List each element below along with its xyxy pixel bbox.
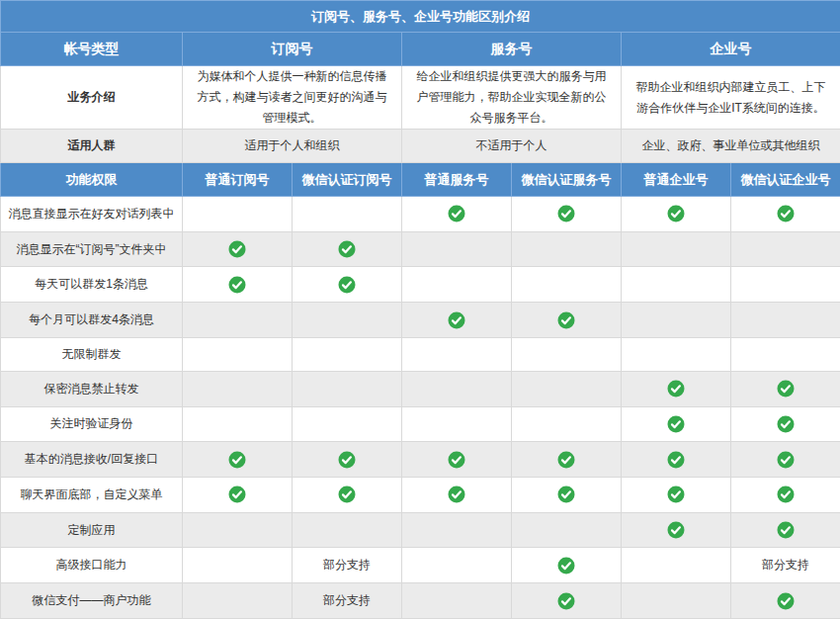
feature-cell-partial: 部分支持 <box>731 548 840 583</box>
feature-cell-empty <box>183 548 293 583</box>
feature-cell-empty <box>402 337 512 371</box>
feature-cell-empty <box>293 337 402 371</box>
audience-service: 不适用于个人 <box>402 130 622 163</box>
feature-label: 高级接口能力 <box>1 548 183 583</box>
feature-cell-empty <box>512 371 622 406</box>
check-icon <box>667 205 685 222</box>
feature-cell-empty <box>183 406 293 442</box>
business-intro-service: 给企业和组织提供更强大的服务与用户管理能力，帮助企业实现全新的公众号服务平台。 <box>402 66 622 130</box>
check-icon <box>448 311 465 329</box>
feature-label: 保密消息禁止转发 <box>1 371 183 406</box>
feature-cell-empty <box>512 231 622 267</box>
check-icon <box>448 451 465 469</box>
feature-label: 无限制群发 <box>1 337 183 371</box>
check-icon <box>777 380 795 398</box>
feature-cell-empty <box>622 337 731 371</box>
check-icon <box>777 451 795 469</box>
feature-cell-check <box>293 267 402 303</box>
check-icon <box>667 486 685 503</box>
feature-row: 微信支付——商户功能部分支持 <box>1 583 840 619</box>
feature-cell-empty <box>622 548 731 583</box>
feature-cell-empty <box>293 371 402 406</box>
permissions-label: 功能权限 <box>1 163 183 197</box>
feature-cell-empty <box>183 512 293 548</box>
check-icon <box>777 486 795 503</box>
feature-cell-partial: 部分支持 <box>293 548 402 583</box>
feature-cell-check <box>183 231 293 267</box>
check-icon <box>667 415 685 433</box>
column-header-service: 服务号 <box>402 33 622 66</box>
column-header-normal-enterprise: 普通企业号 <box>622 163 731 197</box>
feature-cell-empty <box>512 337 622 371</box>
check-icon <box>557 592 575 610</box>
feature-cell-check <box>622 512 731 548</box>
feature-cell-empty <box>731 303 840 338</box>
feature-cell-check <box>183 267 293 303</box>
feature-row: 聊天界面底部，自定义菜单 <box>1 477 840 512</box>
account-type-header-row: 帐号类型 订阅号 服务号 企业号 <box>1 33 840 66</box>
feature-cell-check <box>731 406 840 442</box>
business-intro-row: 业务介绍 为媒体和个人提供一种新的信息传播方式，构建与读者之间更好的沟通与管理模… <box>1 66 840 130</box>
feature-cell-empty <box>293 512 402 548</box>
feature-cell-empty <box>402 583 512 619</box>
feature-cell-check <box>293 231 402 267</box>
check-icon <box>777 521 795 539</box>
partial-support-label: 部分支持 <box>762 558 809 572</box>
feature-cell-check <box>622 442 731 478</box>
check-icon <box>228 486 246 503</box>
check-icon <box>448 486 465 503</box>
audience-subscription: 适用于个人和组织 <box>183 130 402 163</box>
account-type-label: 帐号类型 <box>1 33 183 66</box>
feature-row: 每个月可以群发4条消息 <box>1 303 840 338</box>
column-header-verified-subscription: 微信认证订阅号 <box>293 163 402 197</box>
check-icon <box>448 205 465 222</box>
feature-cell-empty <box>183 583 293 619</box>
check-icon <box>228 240 246 258</box>
check-icon <box>557 205 575 222</box>
feature-cell-empty <box>183 337 293 371</box>
check-icon <box>338 240 356 258</box>
feature-cell-check <box>731 583 840 619</box>
feature-cell-check <box>512 548 622 583</box>
feature-cell-check <box>622 371 731 406</box>
feature-label: 基本的消息接收/回复接口 <box>1 442 183 478</box>
feature-row: 消息显示在“订阅号”文件夹中 <box>1 231 840 267</box>
feature-label: 消息直接显示在好友对话列表中 <box>1 197 183 232</box>
feature-cell-empty <box>622 267 731 303</box>
business-intro-label: 业务介绍 <box>1 66 183 130</box>
feature-cell-check <box>731 371 840 406</box>
audience-enterprise: 企业、政府、事业单位或其他组织 <box>622 130 840 163</box>
feature-cell-empty <box>622 583 731 619</box>
feature-row: 每天可以群发1条消息 <box>1 267 840 303</box>
audience-row: 适用人群 适用于个人和组织 不适用于个人 企业、政府、事业单位或其他组织 <box>1 130 840 163</box>
feature-row: 保密消息禁止转发 <box>1 371 840 406</box>
feature-cell-check <box>512 583 622 619</box>
feature-cell-empty <box>731 231 840 267</box>
feature-cell-empty <box>402 371 512 406</box>
feature-cell-empty <box>293 197 402 232</box>
feature-cell-check <box>622 406 731 442</box>
feature-cell-empty <box>293 303 402 338</box>
feature-label: 消息显示在“订阅号”文件夹中 <box>1 231 183 267</box>
feature-cell-check <box>512 197 622 232</box>
check-icon <box>557 486 575 503</box>
feature-cell-check <box>402 477 512 512</box>
comparison-table: 订阅号、服务号、企业号功能区别介绍 帐号类型 订阅号 服务号 企业号 业务介绍 … <box>0 0 840 619</box>
feature-cell-empty <box>293 406 402 442</box>
feature-label: 每个月可以群发4条消息 <box>1 303 183 338</box>
feature-cell-check <box>293 442 402 478</box>
feature-cell-empty <box>402 406 512 442</box>
feature-cell-check <box>731 512 840 548</box>
feature-cell-empty <box>402 267 512 303</box>
feature-cell-empty <box>731 267 840 303</box>
feature-row: 高级接口能力部分支持部分支持 <box>1 548 840 583</box>
feature-cell-empty <box>402 512 512 548</box>
check-icon <box>777 415 795 433</box>
feature-row: 消息直接显示在好友对话列表中 <box>1 197 840 232</box>
feature-cell-empty <box>402 231 512 267</box>
feature-cell-check <box>731 442 840 478</box>
column-header-verified-enterprise: 微信认证企业号 <box>731 163 840 197</box>
check-icon <box>557 451 575 469</box>
check-icon <box>338 451 356 469</box>
check-icon <box>667 521 685 539</box>
